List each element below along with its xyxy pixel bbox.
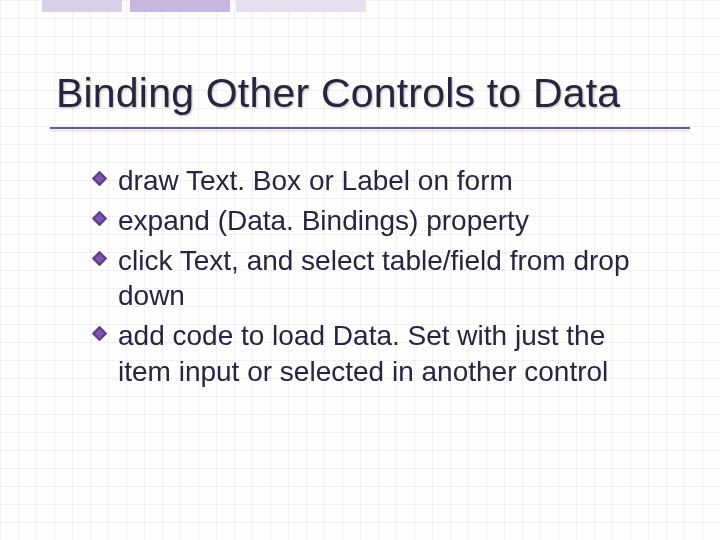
list-item-text: draw Text. Box or Label on form: [118, 165, 513, 196]
list-item-text: expand (Data. Bindings) property: [118, 205, 529, 236]
list-item: add code to load Data. Set with just the…: [92, 318, 664, 390]
diamond-bullet-icon: [92, 171, 107, 186]
list-item: draw Text. Box or Label on form: [92, 163, 664, 199]
diamond-bullet-icon: [92, 326, 107, 341]
list-item-text: click Text, and select table/field from …: [118, 245, 630, 312]
slide-title: Binding Other Controls to Data: [56, 70, 672, 117]
bullet-list: draw Text. Box or Label on form expand (…: [56, 163, 672, 390]
slide: Binding Other Controls to Data draw Text…: [0, 0, 720, 540]
list-item: click Text, and select table/field from …: [92, 243, 664, 315]
title-underline: [50, 127, 690, 129]
diamond-bullet-icon: [92, 211, 107, 226]
list-item-text: add code to load Data. Set with just the…: [118, 320, 608, 387]
diamond-bullet-icon: [92, 251, 107, 266]
list-item: expand (Data. Bindings) property: [92, 203, 664, 239]
